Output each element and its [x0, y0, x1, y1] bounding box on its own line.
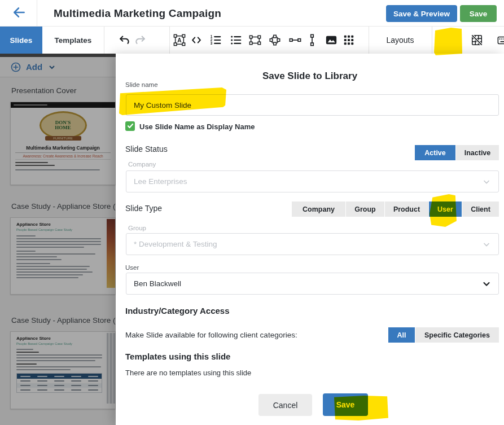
rectangle-shape-icon[interactable]	[249, 34, 261, 46]
slide-type-toggle: Company Group Product User Client	[292, 201, 499, 217]
industry-category-heading: Industry/Category Access	[125, 306, 230, 316]
slide-status-toggle: Active Inactive	[415, 145, 499, 160]
layouts-button[interactable]: Layouts	[369, 27, 432, 54]
categories-description: Make Slide available for following clien…	[125, 331, 297, 339]
modal-title: Save Slide to Library	[116, 71, 504, 82]
svg-text:A: A	[177, 37, 182, 43]
display-name-checkbox-label: Use Slide Name as Display Name	[139, 122, 255, 131]
toolbar-divider	[432, 27, 432, 54]
tab-slides[interactable]: Slides	[0, 27, 42, 54]
chevron-down-icon	[483, 240, 490, 248]
categories-option-all[interactable]: All	[388, 327, 415, 343]
bullet-list-icon[interactable]	[230, 34, 242, 46]
user-select[interactable]: Ben Blackwell	[126, 273, 499, 295]
type-option-user[interactable]: User	[429, 201, 462, 217]
vertical-line-icon[interactable]	[306, 34, 318, 46]
save-and-preview-button[interactable]: Save & Preview	[386, 5, 457, 22]
modal-backdrop[interactable]	[0, 54, 116, 425]
checkmark-icon	[127, 121, 134, 132]
categories-toggle: All Specific Categories	[388, 327, 499, 343]
slide-status-label: Slide Status	[125, 144, 168, 154]
back-arrow-icon	[12, 5, 27, 22]
code-icon[interactable]	[190, 34, 203, 46]
table-off-icon[interactable]	[471, 34, 483, 46]
ellipse-shape-icon[interactable]	[269, 34, 281, 46]
save-slide-modal: Save Slide to Library Slide name My Cust…	[116, 54, 504, 425]
display-name-checkbox[interactable]	[125, 121, 135, 131]
cancel-button[interactable]: Cancel	[258, 394, 312, 416]
undo-icon[interactable]	[119, 34, 131, 46]
tab-templates[interactable]: Templates	[42, 27, 104, 54]
type-option-client[interactable]: Client	[462, 201, 499, 217]
header-divider	[37, 0, 37, 27]
templates-heading: Templates using this slide	[125, 352, 230, 361]
company-label: Company	[128, 161, 156, 168]
slide-name-input[interactable]: My Custom Slide	[126, 94, 499, 116]
svg-text:3: 3	[211, 41, 213, 45]
numbered-list-icon[interactable]: 123	[209, 34, 222, 46]
status-option-active[interactable]: Active	[415, 145, 455, 160]
redo-icon[interactable]	[134, 34, 146, 46]
keyboard-icon[interactable]	[495, 34, 504, 46]
status-option-inactive[interactable]: Inactive	[456, 145, 499, 160]
type-option-group[interactable]: Group	[346, 201, 384, 217]
templates-empty-text: There are no templates using this slide	[125, 369, 251, 377]
grid-dots-icon[interactable]	[343, 34, 355, 46]
editor-toolbar: Slides Templates A 123 Layouts	[0, 27, 504, 54]
slide-name-label: Slide name	[125, 81, 158, 88]
slide-type-label: Slide Type	[125, 204, 162, 213]
image-icon[interactable]	[325, 34, 338, 46]
back-button[interactable]	[8, 5, 30, 22]
text-box-icon[interactable]: A	[173, 34, 186, 46]
user-label: User	[125, 264, 139, 271]
horizontal-line-icon[interactable]	[289, 34, 301, 46]
app-header: Multimedia Marketing Campaign Save & Pre…	[0, 0, 504, 27]
group-label: Group	[128, 225, 146, 231]
type-option-company[interactable]: Company	[292, 201, 345, 217]
group-select[interactable]: * Development & Testing	[126, 233, 499, 255]
page-title: Multimedia Marketing Campaign	[54, 0, 221, 27]
toolbar-divider	[104, 27, 104, 54]
type-option-product[interactable]: Product	[385, 201, 428, 217]
header-save-button[interactable]: Save	[460, 5, 497, 22]
modal-save-button[interactable]: Save	[323, 393, 368, 416]
chevron-down-icon	[483, 280, 490, 288]
categories-option-specific[interactable]: Specific Categories	[415, 327, 499, 343]
toolbar-divider	[169, 27, 170, 54]
chevron-down-icon	[483, 178, 490, 186]
company-select[interactable]: Lee Enterprises	[126, 170, 499, 192]
